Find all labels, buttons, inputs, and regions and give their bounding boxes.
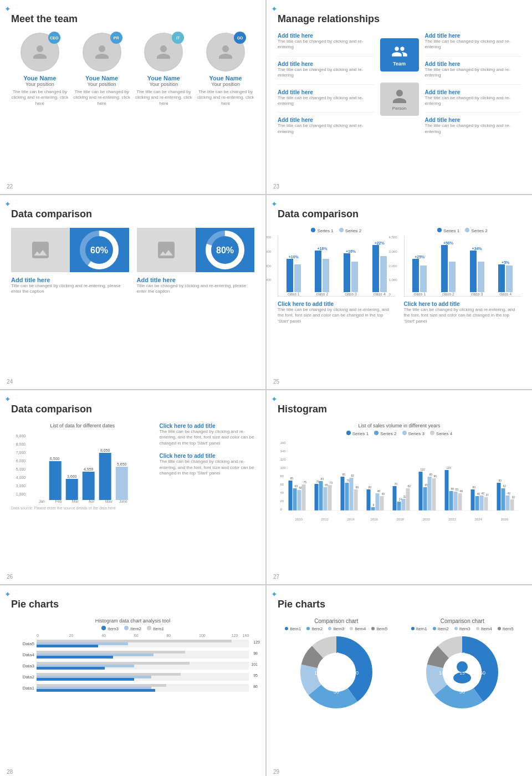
svg-text:12: 12: [334, 651, 339, 657]
svg-rect-80: [402, 499, 406, 510]
svg-text:6,000: 6,000: [16, 459, 26, 463]
data-card-24-1: 60% Add title here Title can be changed …: [11, 228, 129, 295]
chart-25-2-text: Click here to add title The title can be…: [404, 301, 521, 324]
svg-text:Mar: Mar: [72, 499, 79, 503]
rel-right-item-3: Add title here The title can be changed …: [425, 117, 521, 135]
rel-right-title-2[interactable]: Add title here: [425, 89, 521, 95]
svg-rect-17: [66, 479, 78, 500]
hbar-row-data3: Data3 101: [17, 662, 249, 670]
slide-number-29: 29: [273, 769, 279, 775]
svg-text:32: 32: [403, 495, 407, 498]
svg-text:83: 83: [321, 477, 324, 481]
svg-rect-87: [423, 487, 427, 510]
svg-text:1,000: 1,000: [16, 492, 26, 496]
hbar-label-data3: Data3: [17, 663, 34, 668]
click-title-25-1[interactable]: Click here to add title: [278, 301, 395, 307]
rel-item-1: Add title here The title can be changed …: [278, 61, 374, 79]
member-desc-1: The title can be changed by clicking and…: [73, 89, 131, 106]
svg-text:60: 60: [356, 486, 359, 489]
pie-comp-title-2: Comparison chart: [411, 618, 514, 624]
svg-text:0: 0: [280, 508, 283, 511]
svg-text:62: 62: [503, 484, 507, 488]
svg-text:90: 90: [434, 474, 437, 478]
add-title-24-2[interactable]: Add title here: [137, 277, 255, 283]
svg-rect-94: [445, 470, 449, 510]
slide-24-title: Data comparison: [11, 208, 254, 220]
svg-text:95: 95: [429, 473, 433, 476]
hbar-track-data4: 98: [37, 651, 249, 658]
slide-29: ✦ Pie charts Comparison chart Item1 Item…: [267, 585, 532, 776]
svg-text:June: June: [119, 499, 127, 503]
svg-text:May: May: [105, 499, 113, 503]
svg-text:40: 40: [382, 492, 385, 496]
hbar-track-data1: 86: [37, 684, 249, 692]
chart-26-title: List of data for different dates: [11, 423, 154, 428]
rel-desc-1: The title can be changed by clicking and…: [278, 67, 374, 79]
member-name-2: Youe Name: [135, 75, 193, 81]
svg-text:4,000: 4,000: [16, 476, 26, 479]
svg-rect-76: [393, 486, 397, 510]
svg-text:92: 92: [351, 474, 355, 477]
rel-title-2[interactable]: Add title here: [278, 89, 374, 95]
slide-24: ✦ Data comparison 60% Add: [0, 195, 265, 389]
hbar-chart-28: 020406080100120140 Data5 129 Data4: [11, 634, 254, 692]
svg-text:2022: 2022: [449, 518, 457, 521]
svg-text:Feb: Feb: [55, 499, 62, 503]
svg-text:2014: 2014: [347, 518, 355, 521]
pie-legend-2: Item1 Item2 Item3 Item4 Item5: [411, 626, 514, 631]
svg-rect-82: [406, 488, 410, 510]
slide-26-left: List of data for different dates 9,000 8…: [11, 423, 154, 510]
click-section-26-2: Click here to add title The title can be…: [159, 453, 254, 476]
manage-left: Add title here The title can be changed …: [278, 33, 374, 177]
click-title-25-2[interactable]: Click here to add title: [404, 301, 521, 307]
pie-comp-2: Comparison chart Item1 Item2 Item3 Item4…: [411, 618, 514, 713]
slide-29-title: Pie charts: [278, 599, 521, 610]
rel-right-title-1[interactable]: Add title here: [425, 61, 521, 67]
svg-text:2012: 2012: [321, 518, 329, 521]
hbar-row-data5: Data5 129: [17, 640, 249, 647]
add-title-24-1[interactable]: Add title here: [11, 277, 129, 283]
rel-right-title-3[interactable]: Add title here: [425, 117, 521, 123]
svg-text:40: 40: [280, 491, 284, 494]
bar-group-25-2-1: +50% class 2: [435, 241, 462, 296]
svg-rect-100: [458, 493, 462, 510]
member-position-0: Your position: [11, 81, 69, 87]
bar-group-25-2-3: +5% class 4: [492, 261, 519, 296]
bar-group-25-2-0: +25% class 1: [407, 255, 433, 296]
svg-text:140: 140: [280, 450, 287, 453]
svg-rect-67: [367, 489, 371, 510]
svg-rect-21: [99, 453, 111, 500]
svg-rect-23: [116, 467, 128, 500]
role-badge-2: IT: [172, 32, 184, 44]
slide-26-right: Click here to add title The title can be…: [159, 423, 254, 510]
svg-text:60: 60: [280, 483, 284, 486]
click-title-26-2[interactable]: Click here to add title: [159, 453, 254, 459]
person-icon-box: Person: [380, 83, 419, 116]
rel-title-1[interactable]: Add title here: [278, 61, 374, 67]
svg-text:120: 120: [280, 458, 287, 461]
svg-rect-89: [428, 477, 432, 510]
slide-number-24: 24: [7, 379, 13, 385]
hbar-label-data5: Data5: [17, 641, 34, 646]
svg-rect-98: [454, 492, 458, 510]
slide-26-title: Data comparison: [11, 404, 254, 415]
pie-comp-1: Comparison chart Item1 Item2 Item3 Item4…: [285, 618, 387, 713]
rel-right-title-0[interactable]: Add title here: [425, 33, 521, 39]
rel-title-3[interactable]: Add title here: [278, 117, 374, 123]
click-title-26-1[interactable]: Click here to add title: [159, 423, 254, 429]
rel-title-0[interactable]: Add title here: [278, 33, 374, 39]
chart-25-1: Series 1 Series 2 0 2,000 4,000 6,000 7,…: [278, 228, 395, 324]
bar-legend-28: Item3 Item2 Item1: [11, 626, 254, 631]
svg-text:63: 63: [295, 484, 298, 488]
hbar-label-data4: Data4: [17, 652, 34, 657]
svg-rect-116: [506, 496, 510, 510]
pie-comparison-layout: Comparison chart Item1 Item2 Item3 Item4…: [278, 618, 521, 713]
hbar-track-data2: 95: [37, 673, 249, 681]
svg-rect-58: [341, 477, 345, 510]
slide-number-22: 22: [7, 183, 13, 190]
svg-rect-15: [49, 461, 62, 500]
slide-28-title: Pie charts: [11, 599, 254, 610]
svg-text:18: 18: [439, 670, 444, 676]
svg-text:6,500: 6,500: [50, 457, 60, 461]
svg-rect-103: [471, 489, 475, 510]
